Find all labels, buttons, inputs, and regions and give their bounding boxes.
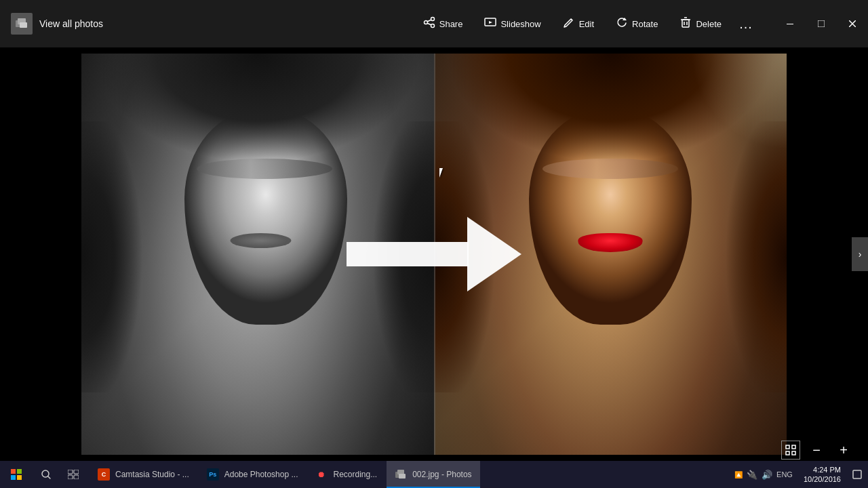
zoom-controls: − + [781,439,854,461]
share-button[interactable]: Share [414,12,473,35]
camtasia-label: Camtasia Studio - ... [115,470,189,479]
task-view-button[interactable] [60,461,87,488]
tray-arrow-icon[interactable]: 🔼 [734,471,743,479]
bw-eyes [197,159,332,179]
bw-hair-left [81,121,163,392]
notification-button[interactable] [846,461,868,488]
minimize-button[interactable] [774,13,806,35]
slideshow-label: Slideshow [500,19,540,29]
view-all-button[interactable]: View all photos [0,0,114,47]
rotate-button[interactable]: Rotate [606,12,667,35]
system-tray: 🔼 🔌 🔊 ENG 4:24 PM 10/20/2016 [729,461,868,488]
network-icon: 🔌 [747,470,757,480]
toolbar: View all photos Share [0,0,868,47]
windows-logo-icon [11,469,22,480]
svg-rect-33 [853,470,861,479]
delete-button[interactable]: Delete [670,12,731,35]
svg-line-6 [427,20,431,22]
svg-point-5 [431,24,434,28]
svg-rect-11 [682,20,689,27]
photo-comparison [81,54,787,455]
arrow-shape [347,217,521,291]
recording-icon: ⏺ [315,468,328,481]
slideshow-button[interactable]: Slideshow [475,12,550,35]
language-label[interactable]: ENG [776,470,793,479]
svg-line-25 [48,476,50,479]
taskbar-app-photoshop[interactable]: Ps Adobe Photoshop ... [199,461,307,488]
photoshop-icon: Ps [207,468,219,481]
view-all-label: View all photos [39,18,103,29]
svg-point-3 [431,18,434,21]
taskbar-app-recording[interactable]: ⏺ Recording... [307,461,385,488]
rotate-icon [616,16,628,31]
recording-label: Recording... [333,470,377,479]
taskbar-app-list: C Camtasia Studio - ... Ps Adobe Photosh… [87,461,729,488]
svg-rect-16 [787,24,793,24]
share-label: Share [439,19,463,29]
clock-time: 4:24 PM [813,465,841,474]
svg-rect-2 [20,22,27,28]
zoom-in-icon: + [840,443,848,458]
photos-app-icon [11,13,33,35]
arrow-body [347,242,469,266]
svg-rect-26 [68,470,73,474]
delete-icon [679,16,692,31]
edit-button[interactable]: Edit [553,12,604,35]
photoshop-label: Adobe Photoshop ... [224,470,298,479]
before-after-arrow [347,217,521,291]
more-icon: ... [739,16,753,32]
system-clock[interactable]: 4:24 PM 10/20/2016 [798,465,846,485]
share-icon [423,16,435,31]
taskbar-app-camtasia[interactable]: C Camtasia Studio - ... [90,461,197,488]
svg-rect-20 [786,445,789,449]
delete-label: Delete [696,19,722,29]
toolbar-actions: Share Slideshow Edit [414,12,769,36]
photos-taskbar-label: 002.jpg - Photos [412,470,471,479]
clock-date: 10/20/2016 [804,474,841,484]
rotate-label: Rotate [632,19,658,29]
search-button[interactable] [33,461,60,488]
svg-rect-17 [818,20,825,27]
svg-rect-31 [397,470,404,474]
start-button[interactable] [0,461,33,488]
edit-label: Edit [579,19,594,29]
svg-rect-32 [399,474,406,479]
svg-rect-29 [74,475,79,479]
svg-point-4 [424,21,427,24]
zoom-out-icon: − [812,443,821,458]
taskbar: C Camtasia Studio - ... Ps Adobe Photosh… [0,461,868,488]
chevron-right-icon: › [859,249,862,260]
fit-to-screen-button[interactable] [781,441,800,460]
volume-icon[interactable]: 🔊 [762,470,772,480]
window-controls [774,13,868,35]
svg-rect-21 [792,445,795,449]
zoom-out-button[interactable]: − [806,439,827,461]
arrow-head [467,217,521,291]
svg-rect-27 [74,470,79,474]
zoom-in-button[interactable]: + [833,439,854,461]
taskbar-app-photos[interactable]: 002.jpg - Photos [387,461,479,488]
svg-marker-9 [489,21,492,24]
edit-icon [563,16,575,31]
svg-rect-22 [786,451,789,455]
svg-line-7 [427,23,431,25]
next-photo-button[interactable]: › [852,237,868,271]
system-tray-icons: 🔼 🔌 🔊 ENG [729,470,798,480]
svg-rect-23 [792,451,795,455]
bw-lips [231,233,292,248]
slideshow-icon [484,16,496,31]
color-highlight [651,54,787,189]
close-button[interactable] [837,13,868,35]
maximize-button[interactable] [806,13,837,35]
camtasia-icon: C [98,468,110,481]
image-area: › [0,47,868,461]
svg-rect-28 [68,475,73,479]
photos-taskbar-icon [395,468,407,481]
more-options-button[interactable]: ... [734,12,758,36]
